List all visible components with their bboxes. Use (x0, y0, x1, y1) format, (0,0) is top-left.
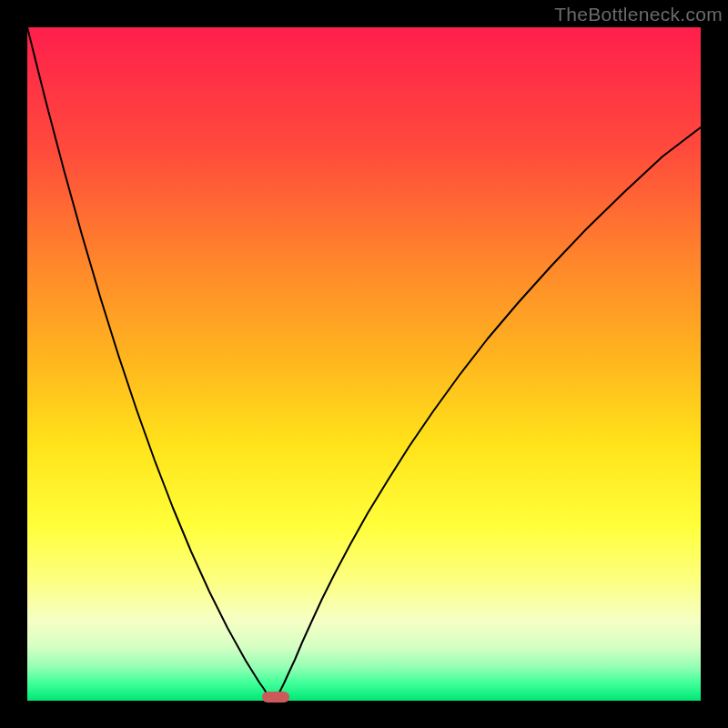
plot-area (27, 27, 701, 701)
watermark-text: TheBottleneck.com (554, 4, 723, 25)
chart-frame: TheBottleneck.com (0, 0, 728, 728)
bottleneck-marker (262, 692, 289, 703)
bottleneck-curve (27, 27, 701, 701)
